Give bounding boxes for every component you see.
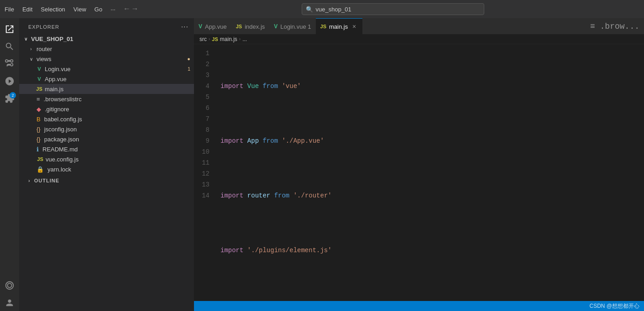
sidebar-item-jsconfig[interactable]: {} jsconfig.json <box>19 124 194 134</box>
menu-go[interactable]: Go <box>94 6 102 13</box>
views-label: views <box>37 56 52 62</box>
vue-tab-icon: V <box>199 23 202 30</box>
tab-main-js[interactable]: JS main.js × <box>316 18 363 34</box>
global-search-bar[interactable]: 🔍 vue_shop_01 <box>302 3 484 15</box>
line-num-8: 8 <box>194 124 209 135</box>
sidebar-item-browserslistrc[interactable]: ≡ .browserslistrc <box>19 94 194 104</box>
run-debug-icon[interactable] <box>1 73 18 89</box>
vue-icon: V <box>36 75 43 83</box>
str-app-vue: './App.vue' <box>282 135 324 146</box>
sidebar-item-yarn-lock[interactable]: 🔒 yarn.lock <box>19 164 194 174</box>
line-num-9: 9 <box>194 135 209 146</box>
from-kw-1: from <box>262 81 278 92</box>
line-num-4: 4 <box>194 81 209 92</box>
sidebar-item-gitignore[interactable]: ◆ .gitignore <box>19 104 194 114</box>
package-label: package.json <box>44 136 79 143</box>
line-num-3: 3 <box>194 70 209 81</box>
search-icon[interactable] <box>1 38 18 55</box>
menu-edit[interactable]: Edit <box>22 6 32 13</box>
line-num-11: 11 <box>194 157 209 168</box>
explorer-more-button[interactable]: ··· <box>181 23 188 31</box>
sidebar-item-login-vue[interactable]: V Login.vue 1 <box>19 64 194 74</box>
tab-overflow-button[interactable]: ≡ .brow... <box>586 22 644 31</box>
router-chevron: › <box>28 47 34 52</box>
sidebar-item-babel-config[interactable]: B babel.config.js <box>19 114 194 124</box>
tab-index-js-label: index.js <box>245 23 265 30</box>
outline-label: OUTLINE <box>34 178 59 183</box>
sidebar-item-views[interactable]: ∨ views ● <box>19 54 194 64</box>
line-num-5: 5 <box>194 92 209 103</box>
router-label: router <box>37 46 52 52</box>
code-editor[interactable]: 1 2 3 4 5 6 7 8 9 10 11 12 13 14 import <box>194 44 644 301</box>
root-folder-label: VUE_SHOP_01 <box>31 36 73 42</box>
sidebar-item-app-vue[interactable]: V App.vue <box>19 74 194 84</box>
gitignore-label: .gitignore <box>45 106 69 113</box>
source-control-icon[interactable] <box>1 56 18 72</box>
sidebar: EXPLORER ··· ∨ VUE_SHOP_01 › router <box>19 18 194 311</box>
nav-forward-button[interactable]: → <box>133 5 137 13</box>
editor-area: V App.vue JS index.js V Login.vue 1 JS m… <box>194 18 644 311</box>
breadcrumb: src › JS main.js › ... <box>194 34 644 44</box>
extensions-icon[interactable]: 2 <box>1 90 18 107</box>
title-bar: File Edit Selection View Go ··· ← → 🔍 vu… <box>0 0 644 18</box>
menu-view[interactable]: View <box>73 6 86 13</box>
sidebar-item-vue-config[interactable]: JS vue.config.js <box>19 154 194 164</box>
yarn-label: yarn.lock <box>47 166 71 173</box>
app-vue-label: App.vue <box>45 76 67 83</box>
kw-import-2: import <box>220 135 243 146</box>
line-num-10: 10 <box>194 146 209 157</box>
tab-app-vue[interactable]: V App.vue <box>194 18 231 34</box>
kw-import-3: import <box>220 190 243 201</box>
root-folder[interactable]: ∨ VUE_SHOP_01 <box>19 34 194 44</box>
vue-tab-icon: V <box>274 23 277 30</box>
sidebar-item-package-json[interactable]: {} package.json <box>19 134 194 144</box>
sidebar-item-router[interactable]: › router <box>19 44 194 54</box>
tab-index-js[interactable]: JS index.js <box>231 18 270 34</box>
menu-selection[interactable]: Selection <box>41 6 65 13</box>
js-icon: JS <box>36 85 43 93</box>
nav-back-button[interactable]: ← <box>125 5 129 13</box>
menu-file[interactable]: File <box>5 6 14 13</box>
breadcrumb-sep-2: › <box>239 36 241 41</box>
tabs-bar: V App.vue JS index.js V Login.vue 1 JS m… <box>194 18 644 34</box>
outline-section[interactable]: › OUTLINE <box>19 174 194 183</box>
vue-icon: V <box>36 65 43 73</box>
main-js-label: main.js <box>45 86 63 93</box>
from-kw-3: from <box>274 190 290 201</box>
tab-login-vue[interactable]: V Login.vue 1 <box>269 18 315 34</box>
line-num-12: 12 <box>194 168 209 179</box>
breadcrumb-more[interactable]: ... <box>242 36 247 42</box>
code-line-3: import router from './router' <box>217 190 644 201</box>
explorer-icon[interactable] <box>1 21 18 37</box>
babel-label: babel.config.js <box>44 116 82 123</box>
explorer-header: EXPLORER ··· <box>19 18 194 34</box>
tab-main-js-close-button[interactable]: × <box>351 23 358 30</box>
js-icon: JS <box>37 156 44 163</box>
accounts-icon[interactable] <box>1 295 18 311</box>
js-tab-icon: JS <box>320 24 326 29</box>
remote-icon[interactable] <box>1 277 18 294</box>
code-content[interactable]: import Vue from 'vue' import App from <box>217 44 644 301</box>
status-bar: CSDN @想想都开心 <box>194 301 644 311</box>
code-line-1: import Vue from 'vue' <box>217 81 644 92</box>
breadcrumb-main-js[interactable]: main.js <box>220 36 237 42</box>
id-router: router <box>247 190 270 201</box>
package-icon: {} <box>37 136 41 143</box>
breadcrumb-src[interactable]: src <box>199 36 207 42</box>
code-line-2: import App from './App.vue' <box>217 135 644 146</box>
yarn-icon: 🔒 <box>37 166 44 173</box>
menu-more[interactable]: ··· <box>110 6 115 13</box>
sidebar-item-readme[interactable]: ℹ README.md <box>19 144 194 154</box>
jsconfig-icon: {} <box>37 126 41 133</box>
kw-import-1: import <box>220 81 243 92</box>
line-num-7: 7 <box>194 114 209 124</box>
breadcrumb-sep-1: › <box>209 36 210 41</box>
sidebar-item-main-js[interactable]: JS main.js <box>19 84 194 94</box>
jsconfig-label: jsconfig.json <box>44 126 77 133</box>
views-badge: ● <box>187 56 190 62</box>
line-num-6: 6 <box>194 103 209 114</box>
login-vue-badge: 1 <box>188 66 190 72</box>
tab-app-vue-label: App.vue <box>205 23 227 30</box>
main-layout: 2 EXPLORER ··· ∨ VUE_SHOP_01 <box>0 18 644 311</box>
root-chevron: ∨ <box>23 36 28 41</box>
